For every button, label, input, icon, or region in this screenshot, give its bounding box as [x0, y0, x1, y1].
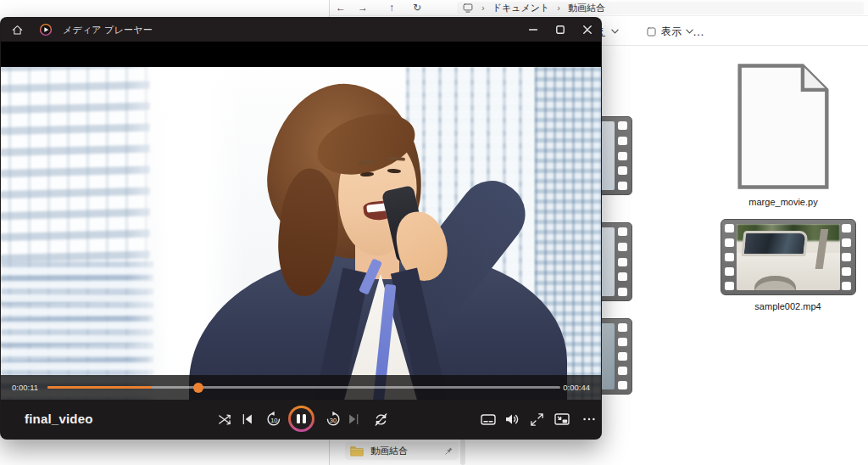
seek-bar-thumb[interactable] — [193, 383, 203, 393]
breadcrumb-chevron: › — [557, 3, 560, 13]
breadcrumb-item-documents[interactable]: ドキュメント — [492, 2, 550, 14]
view-icon — [646, 26, 657, 37]
more-icon: … — [693, 25, 704, 38]
skip-back-10-button[interactable]: 10 — [265, 411, 282, 428]
python-file-icon — [737, 62, 830, 191]
player-more-button[interactable] — [581, 411, 598, 428]
fullscreen-button[interactable] — [528, 411, 545, 428]
up-icon[interactable]: ↑ — [381, 2, 403, 14]
media-player-window: メディア プレーヤー — [0, 17, 602, 440]
close-button[interactable] — [574, 18, 601, 42]
filmstrip-holes — [618, 121, 628, 190]
repeat-off-icon — [373, 412, 389, 428]
view-label: 表示 — [661, 25, 682, 39]
svg-text:10: 10 — [270, 417, 277, 424]
pin-icon — [444, 446, 453, 456]
forward-icon[interactable]: → — [352, 2, 374, 14]
explorer-nav-bar: ← → ↑ ↻ › ドキュメント › 動画結合 — [330, 0, 868, 16]
file-name-label: marge_movie.py — [748, 197, 817, 207]
mini-player-button[interactable] — [554, 411, 570, 428]
sidebar-item-pinned-folder[interactable]: 動画結合 — [345, 442, 459, 460]
repeat-off-button[interactable] — [372, 411, 389, 428]
previous-track-icon — [240, 412, 255, 427]
seek-bar[interactable] — [47, 386, 560, 389]
media-player-logo-icon — [39, 23, 53, 36]
sidebar-scrollbar[interactable] — [460, 440, 465, 465]
back-icon[interactable]: ← — [330, 2, 352, 14]
filmstrip-holes — [618, 227, 628, 296]
seek-bar-progress — [47, 386, 152, 389]
timeline-overlay: 0:00:11 0:00:44 — [1, 375, 601, 400]
video-thumbnail-image — [737, 224, 840, 290]
svg-text:30: 30 — [330, 417, 337, 424]
subtitles-icon — [480, 411, 497, 428]
skip-back-icon: 10 — [265, 411, 282, 428]
volume-icon — [504, 411, 520, 428]
shuffle-button[interactable] — [216, 411, 233, 428]
more-icon — [581, 412, 597, 427]
breadcrumb-chevron: › — [481, 3, 485, 13]
current-time: 0:00:11 — [12, 383, 38, 392]
shuffle-icon — [217, 412, 233, 428]
now-playing-title: final_video — [25, 400, 93, 439]
minimize-button[interactable] — [520, 18, 547, 42]
chevron-down-icon — [611, 29, 619, 34]
filmstrip-holes — [725, 224, 735, 290]
skip-forward-30-button[interactable]: 30 — [325, 411, 342, 428]
skip-forward-icon: 30 — [325, 411, 342, 428]
next-track-icon — [346, 412, 361, 427]
file-item-python[interactable]: marge_movie.py — [729, 62, 837, 207]
player-control-bar: final_video 10 — [1, 400, 601, 439]
filmstrip-holes — [842, 224, 852, 290]
sidebar-item-label: 動画結合 — [370, 445, 437, 457]
filmstrip-holes — [618, 323, 628, 389]
breadcrumb[interactable]: › ドキュメント › 動画結合 — [457, 2, 864, 14]
mini-player-icon — [554, 411, 570, 428]
refresh-icon[interactable]: ↻ — [406, 2, 428, 14]
video-file-icon — [721, 219, 856, 295]
volume-button[interactable] — [504, 411, 520, 428]
folder-icon — [350, 445, 364, 457]
maximize-button[interactable] — [547, 18, 574, 42]
pause-button[interactable] — [288, 406, 314, 432]
next-track-button[interactable] — [345, 411, 362, 428]
video-frame — [1, 67, 601, 401]
player-title-bar[interactable]: メディア プレーヤー — [1, 18, 601, 42]
subtitles-button[interactable] — [480, 411, 497, 428]
location-icon — [462, 3, 474, 14]
pause-icon — [291, 408, 312, 429]
total-time: 0:00:44 — [563, 383, 590, 392]
video-area[interactable]: 0:00:11 0:00:44 — [1, 42, 601, 400]
fullscreen-icon — [529, 412, 545, 428]
home-icon[interactable] — [11, 24, 24, 36]
file-item-video[interactable]: sample002.mp4 — [718, 219, 858, 311]
file-name-label: sample002.mp4 — [754, 301, 821, 311]
previous-track-button[interactable] — [239, 411, 256, 428]
breadcrumb-item-folder[interactable]: 動画結合 — [568, 2, 605, 14]
window-title: メディア プレーヤー — [63, 24, 153, 36]
toolbar-more-button[interactable]: … — [689, 22, 708, 41]
